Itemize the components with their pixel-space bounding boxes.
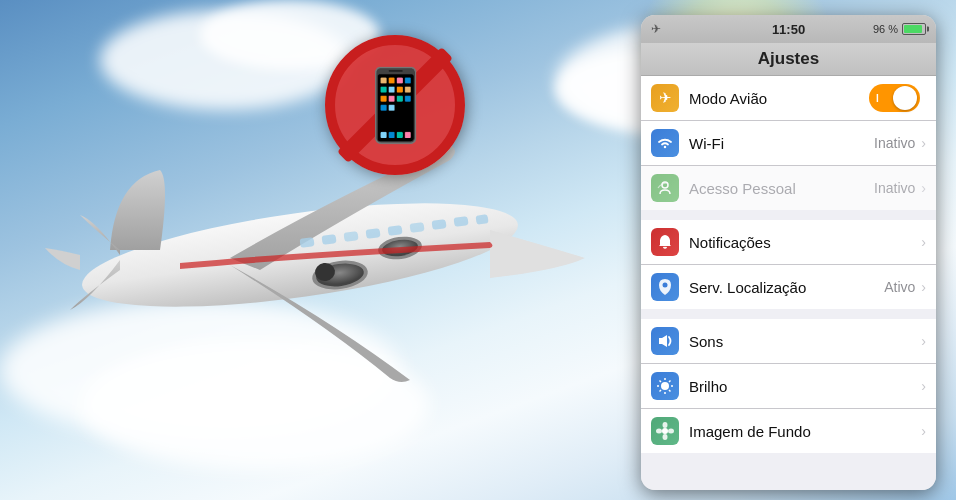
brilho-label: Brilho <box>689 378 921 395</box>
notificacoes-label: Notificações <box>689 234 921 251</box>
toggle-on-label: I <box>876 93 879 104</box>
toggle-knob <box>893 86 917 110</box>
imagem-fundo-chevron: › <box>921 423 926 439</box>
sons-label: Sons <box>689 333 921 350</box>
flower-svg <box>656 422 674 440</box>
battery-icon <box>902 23 926 35</box>
serv-localizacao-chevron: › <box>921 279 926 295</box>
status-right: 96 % <box>873 23 926 35</box>
sons-chevron: › <box>921 333 926 349</box>
acesso-pessoal-chevron: › <box>921 180 926 196</box>
status-bar: ✈ 11:50 96 % <box>641 15 936 43</box>
settings-title-bar: Ajustes <box>641 43 936 76</box>
settings-title: Ajustes <box>758 49 819 68</box>
acesso-pessoal-value: Inativo <box>874 180 915 196</box>
wifi-value: Inativo <box>874 135 915 151</box>
svg-point-16 <box>663 283 668 288</box>
battery-fill <box>904 25 922 33</box>
settings-item-imagem-fundo[interactable]: Imagem de Fundo › <box>641 409 936 453</box>
svg-point-29 <box>656 429 662 434</box>
status-time: 11:50 <box>772 22 805 37</box>
settings-group-2: Notificações › Serv. Localização Ativo › <box>641 220 936 309</box>
svg-point-26 <box>662 428 668 434</box>
status-left: ✈ <box>651 22 661 36</box>
group-divider-1 <box>641 210 936 220</box>
svg-point-28 <box>663 434 668 440</box>
svg-line-25 <box>660 390 662 392</box>
acesso-pessoal-label: Acesso Pessoal <box>689 180 874 197</box>
wifi-icon <box>651 129 679 157</box>
brilho-icon <box>651 372 679 400</box>
serv-localizacao-value: Ativo <box>884 279 915 295</box>
notificacoes-icon <box>651 228 679 256</box>
wifi-label: Wi-Fi <box>689 135 874 152</box>
serv-localizacao-label: Serv. Localização <box>689 279 884 296</box>
svg-point-30 <box>668 429 674 434</box>
phone-icon: 📱 <box>352 64 439 146</box>
sound-svg <box>656 333 674 349</box>
settings-item-modo-aviao[interactable]: ✈ Modo Avião I <box>641 76 936 121</box>
bell-svg <box>657 233 673 251</box>
svg-rect-14 <box>476 214 489 225</box>
personal-hotspot-svg <box>657 180 673 196</box>
settings-list: ✈ Modo Avião I Wi-Fi Inativo <box>641 76 936 490</box>
svg-point-17 <box>661 382 669 390</box>
settings-item-acesso-pessoal[interactable]: Acesso Pessoal Inativo › <box>641 166 936 210</box>
settings-item-serv-localizacao[interactable]: Serv. Localização Ativo › <box>641 265 936 309</box>
group-divider-2 <box>641 309 936 319</box>
settings-item-notificacoes[interactable]: Notificações › <box>641 220 936 265</box>
modo-aviao-toggle[interactable]: I <box>869 84 920 112</box>
modo-aviao-label: Modo Avião <box>689 90 869 107</box>
brilho-chevron: › <box>921 378 926 394</box>
wifi-svg <box>656 136 674 150</box>
status-airplane-icon: ✈ <box>651 22 661 36</box>
svg-line-24 <box>669 381 671 383</box>
no-phone-circle: 📱 <box>325 35 465 175</box>
sons-icon <box>651 327 679 355</box>
settings-item-brilho[interactable]: Brilho › <box>641 364 936 409</box>
notificacoes-chevron: › <box>921 234 926 250</box>
settings-item-wifi[interactable]: Wi-Fi Inativo › <box>641 121 936 166</box>
location-svg <box>658 278 672 296</box>
imagem-fundo-icon <box>651 417 679 445</box>
settings-item-sons[interactable]: Sons › <box>641 319 936 364</box>
settings-group-1: ✈ Modo Avião I Wi-Fi Inativo <box>641 76 936 210</box>
brightness-svg <box>656 377 674 395</box>
settings-group-3: Sons › <box>641 319 936 453</box>
serv-localizacao-icon <box>651 273 679 301</box>
imagem-fundo-label: Imagem de Fundo <box>689 423 921 440</box>
modo-aviao-icon: ✈ <box>651 84 679 112</box>
svg-point-27 <box>663 422 668 428</box>
no-phone-sign: 📱 <box>320 30 470 180</box>
wifi-chevron: › <box>921 135 926 151</box>
svg-line-22 <box>660 381 662 383</box>
battery-percent: 96 % <box>873 23 898 35</box>
iphone-panel: ✈ 11:50 96 % Ajustes ✈ Modo Avião I <box>641 15 936 490</box>
modo-aviao-icon-glyph: ✈ <box>659 89 672 107</box>
svg-line-23 <box>669 390 671 392</box>
acesso-pessoal-icon <box>651 174 679 202</box>
